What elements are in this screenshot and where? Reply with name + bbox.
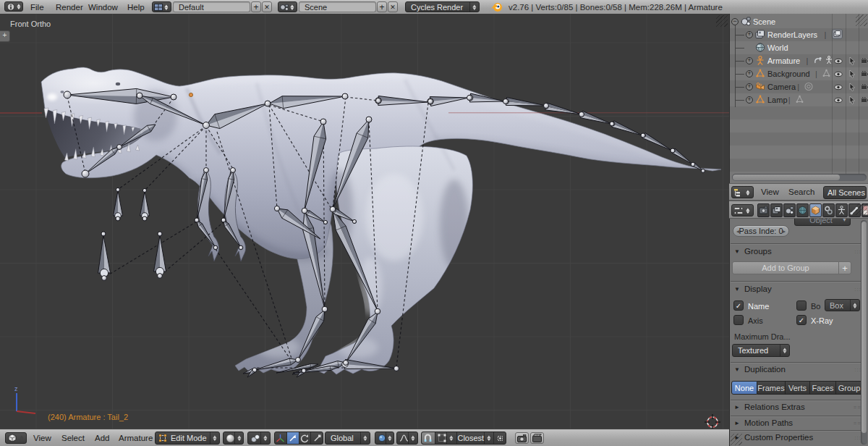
bounds-type-dropdown[interactable]: Box ▲▼ <box>825 299 860 311</box>
duplication-panel-header[interactable]: ▼ Duplication ::: <box>734 365 864 374</box>
scene-add-button[interactable]: + <box>377 1 387 12</box>
orientation-dropdown[interactable]: Global ▲▼ <box>325 432 370 445</box>
menu-render[interactable]: Render <box>56 0 83 14</box>
duplication-option-none[interactable]: None <box>731 381 757 395</box>
properties-vscrollbar-thumb[interactable] <box>861 222 867 433</box>
outliner-row-world[interactable]: World <box>730 41 868 54</box>
duplication-option-frames[interactable]: Frames <box>757 381 786 395</box>
outliner-row-armature[interactable]: +Armature| <box>730 54 868 67</box>
properties-tab-data[interactable] <box>835 203 848 217</box>
layers-dropdown[interactable]: ▲▼ <box>375 432 394 445</box>
selectability-cursor-icon[interactable] <box>848 83 856 93</box>
add-group-plus-button[interactable]: + <box>838 261 851 274</box>
menu-window[interactable]: Window <box>88 0 118 14</box>
render-opengl-anim-button[interactable] <box>530 432 544 444</box>
expand-toggle-minus[interactable]: − <box>731 18 739 25</box>
expand-toggle-plus[interactable]: + <box>746 96 753 104</box>
proportional-edit-dropdown[interactable]: ▲▼ <box>396 432 418 445</box>
outliner-row-background[interactable]: +Background| <box>730 67 868 80</box>
outliner-item-label[interactable]: Background <box>767 70 810 78</box>
display-panel-header[interactable]: ▼ Display ::: <box>734 285 864 293</box>
renderability-camera-icon[interactable] <box>861 70 868 79</box>
visibility-eye-icon[interactable] <box>834 70 843 79</box>
max-draw-type-dropdown[interactable]: Textured ▲▼ <box>732 344 790 357</box>
properties-resize-grip[interactable] <box>856 203 867 215</box>
pass-index-left-arrow[interactable]: ◂ <box>736 228 739 235</box>
properties-tab-scene[interactable] <box>783 203 796 217</box>
scene-field[interactable]: Scene <box>299 1 376 12</box>
pass-index-slider[interactable]: ◂ Pass Inde: 0 ▸ <box>733 225 789 237</box>
editor-type-button-info[interactable]: ▲▼ <box>4 1 23 12</box>
editor-type-button-outliner[interactable]: ▲▼ <box>731 186 754 198</box>
screen-layout-add-button[interactable]: + <box>251 1 261 12</box>
scene-delete-button[interactable]: ✕ <box>388 1 398 12</box>
render-engine-dropdown[interactable]: Cycles Render ▲▼ <box>405 1 480 12</box>
manipulator-rotate-button[interactable] <box>299 432 310 444</box>
outliner-resize-grip[interactable] <box>856 14 867 26</box>
motion-paths-panel-header[interactable]: ► Motion Paths == <box>734 418 864 427</box>
selectability-cursor-icon[interactable] <box>848 96 856 106</box>
outliner-item-label[interactable]: Camera <box>767 83 796 91</box>
snap-target-dropdown[interactable]: Closest ▲▼ <box>456 432 493 444</box>
visibility-eye-icon[interactable] <box>834 83 843 92</box>
pivot-dropdown[interactable]: ▲▼ <box>247 432 271 445</box>
expand-toggle-plus[interactable]: + <box>746 57 753 64</box>
editor-type-button-3dview[interactable]: ▲▼ <box>5 432 27 444</box>
menu-armature[interactable]: Armature <box>119 429 153 446</box>
duplication-option-group[interactable]: Group <box>836 381 863 395</box>
relations-extras-panel-header[interactable]: ► Relations Extras == <box>734 403 864 411</box>
bounds-checkbox[interactable] <box>796 300 807 311</box>
outliner-row-renderlayers[interactable]: +RenderLayers| <box>730 28 868 41</box>
renderability-camera-icon[interactable] <box>861 57 868 66</box>
renderability-camera-icon[interactable] <box>861 83 868 92</box>
manipulator-translate-button[interactable] <box>286 432 299 444</box>
properties-corner-grip[interactable] <box>731 434 742 445</box>
editor-type-button-properties[interactable]: ▲▼ <box>731 204 754 216</box>
outliner-item-label[interactable]: Armature <box>767 56 800 65</box>
expand-toggle-plus[interactable]: + <box>746 83 753 91</box>
expand-toggle-plus[interactable]: + <box>746 70 753 77</box>
outliner-item-label[interactable]: Scene <box>753 17 775 26</box>
scene-icon-button[interactable]: ▲▼ <box>278 1 297 12</box>
selectability-cursor-icon[interactable] <box>848 56 856 67</box>
mode-dropdown[interactable]: Edit Mode ▲▼ <box>155 432 220 445</box>
trex-model[interactable] <box>36 62 721 374</box>
outliner-menu-view[interactable]: View <box>761 184 779 200</box>
outliner-menu-search[interactable]: Search <box>788 184 814 200</box>
screen-layout-delete-button[interactable]: ✕ <box>262 1 272 12</box>
menu-select[interactable]: Select <box>61 429 85 446</box>
outliner-filter-dropdown[interactable]: All Scenes <box>823 186 867 199</box>
duplication-option-faces[interactable]: Faces <box>810 381 836 395</box>
properties-tab-object[interactable] <box>809 203 822 217</box>
manipulator-scale-button[interactable] <box>310 432 323 444</box>
pass-index-right-arrow[interactable]: ▸ <box>783 228 786 235</box>
properties-tab-constraints[interactable] <box>822 203 835 217</box>
shading-dropdown[interactable]: ▲▼ <box>223 432 244 445</box>
outliner-hscrollbar[interactable] <box>732 174 867 181</box>
xray-checkbox[interactable]: ✓ <box>796 315 807 325</box>
outliner-item-label[interactable]: RenderLayers <box>767 30 817 39</box>
menu-add[interactable]: Add <box>95 429 109 446</box>
viewport-3d[interactable]: z Front Ortho (240) Armature : Tail_2 + <box>0 14 729 429</box>
outliner-row-camera[interactable]: +Camera| <box>730 80 868 93</box>
snap-element-button[interactable]: ▲▼ <box>435 432 457 444</box>
outliner-row-lamp[interactable]: +Lamp| <box>730 93 868 106</box>
groups-panel-header[interactable]: ▼ Groups ::: <box>734 247 864 256</box>
render-opengl-button[interactable] <box>515 432 529 444</box>
renderlayer-icon-button[interactable] <box>832 29 843 41</box>
properties-tab-world[interactable] <box>796 203 809 217</box>
properties-vscrollbar[interactable] <box>861 220 867 445</box>
renderability-camera-icon[interactable] <box>861 96 868 105</box>
visibility-eye-icon[interactable] <box>834 96 843 105</box>
screen-layout-icon-button[interactable]: ▲▼ <box>152 1 171 12</box>
visibility-eye-icon[interactable] <box>834 57 843 66</box>
menu-view3d[interactable]: View <box>33 429 51 446</box>
screen-layout-field[interactable]: Default <box>173 1 250 12</box>
manipulator-axis-button[interactable] <box>275 432 286 444</box>
toolbar-open-tab[interactable]: + <box>0 30 10 42</box>
object-context-dropdown[interactable]: Object ▼ <box>794 219 851 226</box>
expand-toggle-plus[interactable]: + <box>746 31 753 38</box>
add-to-group-button[interactable]: Add to Group <box>732 261 839 274</box>
menu-help[interactable]: Help <box>127 0 145 14</box>
duplication-option-verts[interactable]: Verts <box>786 381 810 395</box>
